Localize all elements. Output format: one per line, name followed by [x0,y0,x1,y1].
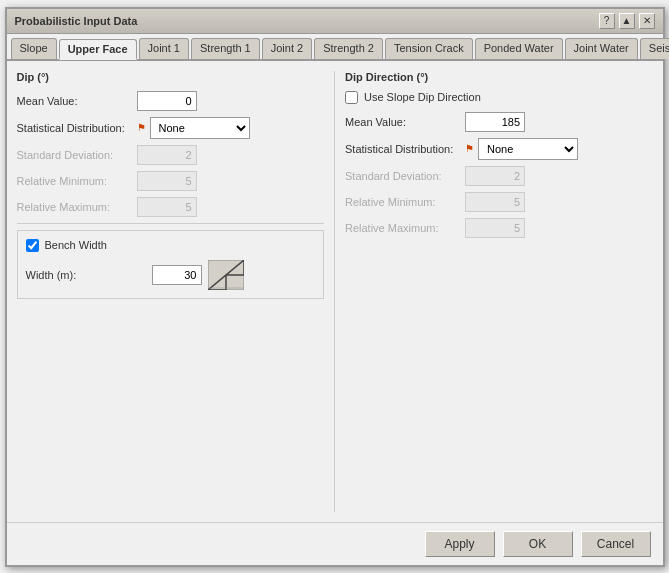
bench-icon[interactable] [208,260,244,290]
tab-bar: Slope Upper Face Joint 1 Strength 1 Join… [7,34,663,61]
right-rel-max-row: Relative Maximum: [345,218,653,238]
right-stat-dist-label: Statistical Distribution: [345,143,465,155]
right-dist-select[interactable]: None Normal Uniform [478,138,578,160]
right-rel-min-input [465,192,525,212]
right-mean-row: Mean Value: [345,112,653,132]
tab-joint-water[interactable]: Joint Water [565,38,638,59]
left-rel-min-label: Relative Minimum: [17,175,137,187]
left-rel-min-input [137,171,197,191]
right-std-dev-row: Standard Deviation: [345,166,653,186]
right-rel-max-input [465,218,525,238]
tab-strength1[interactable]: Strength 1 [191,38,260,59]
help-button[interactable]: ? [599,13,615,29]
right-section-title: Dip Direction (°) [345,71,653,83]
right-std-dev-input [465,166,525,186]
close-button[interactable]: ✕ [639,13,655,29]
use-slope-dip-checkbox[interactable] [345,91,358,104]
right-rel-min-row: Relative Minimum: [345,192,653,212]
left-dist-icon: ⚑ [137,122,146,133]
tab-joint2[interactable]: Joint 2 [262,38,312,59]
use-slope-dip-row: Use Slope Dip Direction [345,91,653,104]
right-dist-wrapper: ⚑ None Normal Uniform [465,138,578,160]
apply-button[interactable]: Apply [425,531,495,557]
title-bar: Probabilistic Input Data ? ▲ ✕ [7,9,663,34]
bench-width-checkbox[interactable] [26,239,39,252]
left-rel-max-input [137,197,197,217]
right-std-dev-label: Standard Deviation: [345,170,465,182]
ok-button[interactable]: OK [503,531,573,557]
width-row: Width (m): [26,260,316,290]
probabilistic-input-dialog: Probabilistic Input Data ? ▲ ✕ Slope Upp… [5,7,665,567]
right-rel-min-label: Relative Minimum: [345,196,465,208]
tab-upper-face[interactable]: Upper Face [59,39,137,60]
panel-divider [334,71,335,512]
left-std-dev-label: Standard Deviation: [17,149,137,161]
width-label: Width (m): [26,269,146,281]
tab-joint1[interactable]: Joint 1 [139,38,189,59]
left-rel-max-label: Relative Maximum: [17,201,137,213]
left-stat-dist-row: Statistical Distribution: ⚑ None Normal … [17,117,325,139]
tab-ponded-water[interactable]: Ponded Water [475,38,563,59]
width-input[interactable] [152,265,202,285]
left-mean-row: Mean Value: [17,91,325,111]
tab-strength2[interactable]: Strength 2 [314,38,383,59]
title-controls: ? ▲ ✕ [599,13,655,29]
dialog-title: Probabilistic Input Data [15,15,138,27]
right-stat-dist-row: Statistical Distribution: ⚑ None Normal … [345,138,653,160]
left-rel-min-row: Relative Minimum: [17,171,325,191]
left-dist-wrapper: ⚑ None Normal Uniform [137,117,250,139]
content-area: Dip (°) Mean Value: Statistical Distribu… [7,61,663,522]
left-std-dev-row: Standard Deviation: [17,145,325,165]
right-rel-max-label: Relative Maximum: [345,222,465,234]
right-mean-input[interactable] [465,112,525,132]
tab-tension-crack[interactable]: Tension Crack [385,38,473,59]
footer: Apply OK Cancel [7,522,663,565]
left-dist-select[interactable]: None Normal Uniform [150,117,250,139]
left-section-title: Dip (°) [17,71,325,83]
left-panel: Dip (°) Mean Value: Statistical Distribu… [17,71,325,512]
bench-title-row: Bench Width [26,239,316,252]
right-mean-label: Mean Value: [345,116,465,128]
left-stat-dist-label: Statistical Distribution: [17,122,137,134]
cancel-button[interactable]: Cancel [581,531,651,557]
use-slope-dip-label: Use Slope Dip Direction [364,91,481,103]
bench-width-label: Bench Width [45,239,107,251]
left-mean-label: Mean Value: [17,95,137,107]
left-mean-input[interactable] [137,91,197,111]
minimize-button[interactable]: ▲ [619,13,635,29]
left-std-dev-input [137,145,197,165]
left-rel-max-row: Relative Maximum: [17,197,325,217]
tab-slope[interactable]: Slope [11,38,57,59]
bench-width-section: Bench Width Width (m): [17,230,325,299]
right-dist-icon: ⚑ [465,143,474,154]
tab-seismic[interactable]: Seismic [640,38,669,59]
right-panel: Dip Direction (°) Use Slope Dip Directio… [345,71,653,512]
